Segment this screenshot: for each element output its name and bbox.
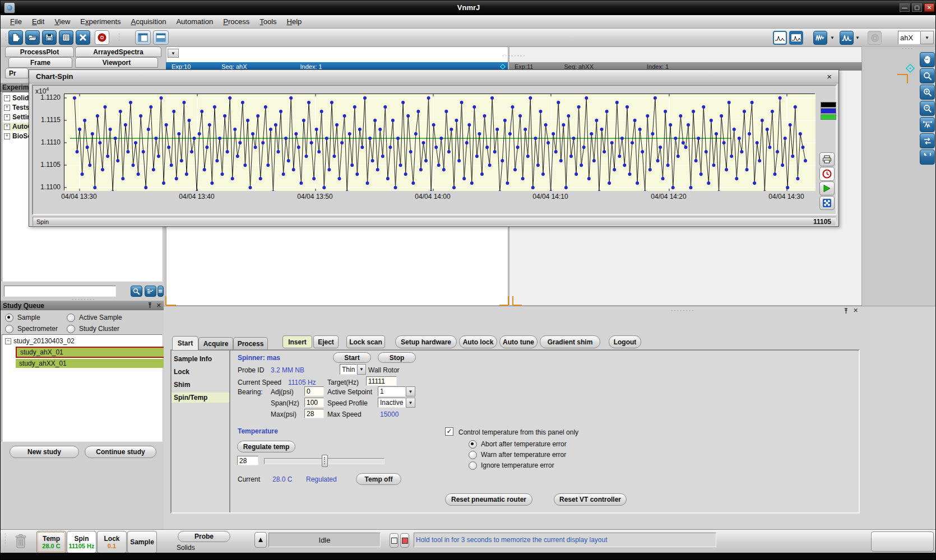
logout-button[interactable]: Logout — [609, 335, 641, 348]
redraw-button[interactable] — [920, 133, 935, 148]
chart-print-button[interactable] — [819, 152, 835, 166]
reset-vt-button[interactable]: Reset VT controller — [554, 493, 627, 506]
zoom-tool-button[interactable] — [920, 68, 935, 83]
radio-sample[interactable] — [5, 314, 13, 322]
statusbar-drag-handle[interactable]: ···· — [2, 533, 8, 545]
menu-automation[interactable]: Automation — [171, 16, 218, 27]
spectrum-small-button[interactable] — [773, 31, 787, 45]
adj-input[interactable] — [304, 386, 324, 396]
plot-setup-button[interactable] — [59, 30, 73, 45]
tab-start[interactable]: Start — [172, 336, 198, 350]
profile-field[interactable]: Inactive — [378, 398, 406, 408]
study-item-ahxx[interactable]: study_ahXX_01 — [16, 359, 166, 368]
nav-sample-info[interactable]: Sample Info — [172, 354, 229, 364]
temp-control-checkbox[interactable]: ✓ — [445, 427, 453, 436]
zoom-in-button[interactable] — [920, 85, 935, 100]
tree-plus-box[interactable]: + — [4, 105, 10, 111]
temp-slider-thumb[interactable] — [322, 455, 328, 467]
rotor-size-field[interactable]: Thin — [340, 364, 357, 375]
canvas-drag-dots-right[interactable]: ···· — [902, 45, 914, 52]
study-queue-close-icon[interactable]: ✕ — [156, 302, 161, 309]
chart-fullscreen-button[interactable] — [819, 196, 835, 210]
monitor-sample-button[interactable]: Sample — [127, 531, 157, 553]
tree-plus-box[interactable]: + — [4, 95, 10, 101]
nav-lock[interactable]: Lock — [172, 367, 229, 377]
layout-toggle-red-button[interactable] — [400, 533, 409, 548]
minimize-button[interactable]: — — [900, 3, 910, 12]
auto-lock-button[interactable]: Auto lock — [459, 335, 497, 348]
chart-spin-dialog[interactable]: Chart-Spin × x104 1.11201.11151.11101.11… — [29, 69, 839, 227]
tab-acquire[interactable]: Acquire — [198, 337, 233, 350]
probe-button[interactable]: Probe — [178, 531, 230, 542]
nav-shim[interactable]: Shim — [172, 380, 229, 390]
canvas-drag-dots[interactable]: ········ — [502, 53, 526, 59]
layout-toggle-gray-button[interactable] — [390, 533, 399, 548]
reset-pneumatic-button[interactable]: Reset pneumatic router — [445, 493, 532, 506]
stop-acquisition-button[interactable] — [95, 30, 109, 45]
study-item-ahx[interactable]: study_ahX_01 — [16, 347, 167, 358]
layout-left-panel-button[interactable] — [135, 30, 151, 45]
temp-off-button[interactable]: Temp off — [356, 473, 401, 485]
tree-minus-box[interactable]: − — [5, 338, 11, 344]
bottom-panel-close-icon[interactable]: ✕ — [853, 307, 858, 314]
new-file-button[interactable] — [8, 30, 23, 45]
pan-tool-button[interactable] — [920, 52, 935, 67]
bottom-panel-pin-icon[interactable] — [843, 308, 849, 314]
menu-acquisition[interactable]: Acquisition — [126, 16, 172, 27]
monitor-lock-button[interactable]: Lock0.1 — [97, 531, 127, 553]
monitor-spin-button[interactable]: Spin11105 Hz — [67, 531, 96, 553]
tree-plus-box[interactable]: + — [4, 114, 10, 120]
max-psi-input[interactable] — [304, 409, 324, 418]
tab-frame[interactable]: Frame — [8, 57, 72, 68]
radio-spectrometer[interactable] — [5, 325, 13, 333]
radio-active-sample[interactable] — [67, 314, 75, 322]
monitor-temp-button[interactable]: Temp28.0 C — [36, 531, 66, 553]
regulate-temp-button[interactable]: Regulate temp — [237, 441, 295, 452]
chart-interval-button[interactable] — [819, 167, 835, 181]
radio-warn-temp-error[interactable] — [469, 451, 477, 459]
insert-button[interactable]: Insert — [282, 335, 312, 348]
chart-run-button[interactable] — [819, 181, 835, 195]
rotor-size-dropdown[interactable]: ▼ — [357, 364, 366, 375]
tree-plus-box[interactable]: + — [4, 133, 10, 139]
chart-spin-titlebar[interactable]: Chart-Spin × — [29, 70, 838, 83]
tab-arrayedspectra[interactable]: ArrayedSpectra — [75, 46, 161, 57]
fid-display-button[interactable] — [813, 31, 827, 45]
bottom-panel-drag-dots[interactable]: ········ — [671, 307, 695, 314]
statusbar-right-button[interactable] — [871, 531, 934, 552]
lock-scan-button[interactable]: Lock scan — [346, 335, 385, 348]
tree-list-button[interactable] — [157, 286, 164, 297]
menu-view[interactable]: View — [49, 16, 75, 27]
trash-button[interactable] — [11, 531, 31, 552]
tree-collapse-button[interactable] — [145, 286, 156, 297]
status-expand-button[interactable] — [254, 532, 267, 548]
eject-button[interactable]: Eject — [313, 335, 339, 348]
auto-tune-button[interactable]: Auto tune — [499, 335, 537, 348]
tree-plus-box[interactable]: + — [4, 124, 10, 130]
setpoint-dropdown[interactable]: ▼ — [406, 386, 415, 396]
search-input[interactable] — [4, 286, 116, 297]
menu-process[interactable]: Process — [218, 16, 254, 27]
menu-edit[interactable]: Edit — [27, 16, 49, 27]
spectrum-display-dropdown[interactable]: ▼ — [854, 34, 861, 41]
save-button[interactable] — [42, 30, 57, 45]
study-root-label[interactable]: study_20130403_02 — [13, 337, 75, 345]
tab-processplot[interactable]: ProcessPlot — [5, 46, 74, 57]
target-input[interactable] — [366, 376, 397, 386]
fit-width-button[interactable] — [920, 117, 935, 132]
profile-dropdown[interactable]: ▼ — [406, 398, 415, 408]
pin-icon[interactable] — [147, 302, 153, 309]
spectrum-display-button[interactable] — [840, 31, 854, 45]
open-folder-button[interactable] — [25, 30, 40, 45]
close-experiment-button[interactable] — [76, 30, 90, 45]
search-button[interactable] — [131, 286, 142, 297]
radio-ignore-temp-error[interactable] — [469, 461, 477, 470]
experiment-selector-field[interactable]: ahX — [898, 31, 920, 44]
close-button[interactable]: ✕ — [924, 3, 934, 12]
span-input[interactable] — [304, 398, 324, 407]
radio-study-cluster[interactable] — [67, 325, 75, 333]
spin-chart-plot[interactable] — [64, 94, 815, 190]
menu-tools[interactable]: Tools — [254, 16, 281, 27]
layout-bottom-panel-button[interactable] — [153, 30, 169, 45]
gradient-shim-button[interactable]: Gradient shim — [540, 335, 600, 348]
